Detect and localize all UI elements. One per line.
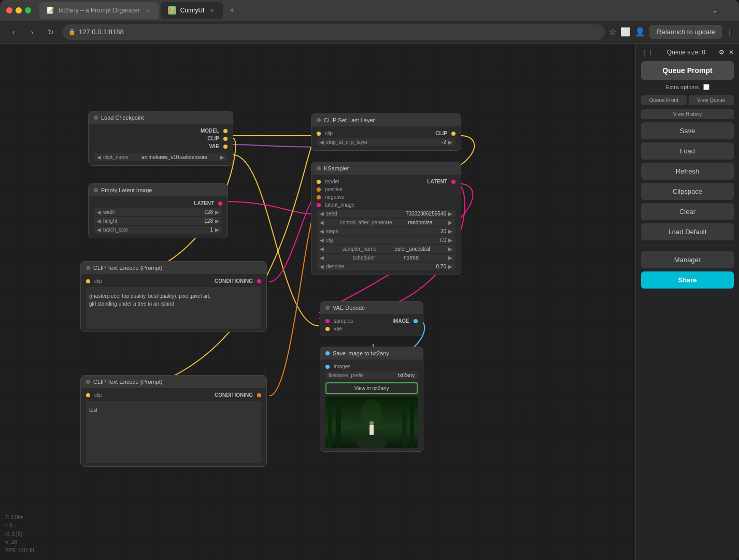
conditioning-neg-port[interactable]: [257, 393, 261, 397]
cfg-arrow-left[interactable]: ◀: [320, 237, 324, 243]
share-button[interactable]: Share: [641, 271, 734, 289]
sidebar-expand-icon[interactable]: ⋮⋮: [641, 49, 653, 56]
settings-icon[interactable]: ⚙: [719, 49, 724, 56]
extensions-icon[interactable]: ⬜: [620, 27, 631, 37]
save-image-title: Save image to txt2any: [333, 350, 389, 356]
ksampler-out-port[interactable]: [451, 180, 456, 184]
scheduler-arrow[interactable]: ▶: [448, 255, 452, 261]
ksampler-pos-port[interactable]: [317, 188, 321, 192]
height-arrow-left[interactable]: ◀: [97, 218, 101, 224]
vae-decode-node: VAE Decode samples IMAGE: [320, 301, 423, 336]
vae-decode-title: VAE Decode: [333, 305, 365, 311]
close-sidebar-icon[interactable]: ✕: [729, 49, 734, 56]
clipspace-button[interactable]: Clipspace: [641, 183, 734, 200]
tab-close-comfyui[interactable]: ✕: [208, 7, 216, 14]
nav-icons: ☆ ⬜ 👤: [609, 27, 645, 37]
ksampler-title: KSampler: [324, 165, 349, 171]
tab-txt2any[interactable]: 📝 txt2any – a Prompt Organizer ✕: [39, 2, 159, 19]
view-in-txt2any-button[interactable]: View in txt2any: [325, 382, 418, 394]
load-default-button[interactable]: Load Default: [641, 223, 734, 240]
load-button[interactable]: Load: [641, 142, 734, 160]
tab-close-txt2any[interactable]: ✕: [144, 7, 151, 14]
vae-port[interactable]: [223, 145, 228, 149]
vae-decode-port[interactable]: [325, 327, 330, 331]
extra-options-checkbox[interactable]: [703, 84, 709, 90]
close-button[interactable]: [6, 7, 12, 13]
save-button[interactable]: Save: [641, 122, 734, 139]
queue-prompt-button[interactable]: Queue Prompt: [641, 61, 734, 80]
scheduler-dropdown[interactable]: ◀ scheduler normal ▶: [317, 254, 456, 262]
stop-arrow-right[interactable]: ▶: [448, 139, 452, 145]
clip-in-label: clip: [94, 278, 102, 284]
width-input[interactable]: ◀ width 128 ▶: [94, 208, 222, 216]
bookmark-icon[interactable]: ☆: [609, 27, 616, 37]
clip-set-out-port[interactable]: [451, 132, 456, 136]
menu-dots-icon[interactable]: ⋮: [727, 28, 733, 36]
sampler-dropdown[interactable]: ◀ sampler_name euler_ancestral ▶: [317, 245, 456, 253]
height-input[interactable]: ◀ height 128 ▶: [94, 217, 222, 225]
status-fps: FPS: 120.48: [5, 547, 34, 555]
view-queue-button[interactable]: View Queue: [689, 95, 734, 105]
lock-icon: 🔒: [68, 28, 76, 35]
batch-input[interactable]: ◀ batch_size 1 ▶: [94, 226, 222, 234]
ksampler-neg-port[interactable]: [317, 195, 321, 199]
window-menu-icon[interactable]: ⌄: [712, 7, 733, 14]
seed-input[interactable]: ◀ seed 73332386259546 ▶: [317, 210, 456, 218]
address-bar[interactable]: 🔒 127.0.0.1:8188: [62, 24, 605, 40]
new-tab-button[interactable]: +: [225, 5, 239, 16]
forward-button[interactable]: ›: [25, 25, 39, 39]
clear-button[interactable]: Clear: [641, 203, 734, 220]
control-arrow[interactable]: ▶: [448, 220, 452, 225]
node-canvas[interactable]: Load Checkpoint MODEL CLIP: [0, 44, 635, 560]
steps-arrow-left[interactable]: ◀: [320, 228, 324, 234]
steps-arrow-right[interactable]: ▶: [448, 228, 452, 234]
denoise-arrow-left[interactable]: ◀: [320, 264, 324, 269]
batch-arrow-left[interactable]: ◀: [97, 227, 101, 233]
view-history-button[interactable]: View History: [641, 109, 734, 119]
width-arrow-left[interactable]: ◀: [97, 209, 101, 215]
clip-in-port[interactable]: [86, 279, 90, 283]
clip-port[interactable]: [223, 137, 228, 141]
cfg-input[interactable]: ◀ cfg 7.0 ▶: [317, 236, 456, 244]
seed-arrow-left[interactable]: ◀: [320, 211, 324, 217]
clip-encode-pos-title: CLIP Text Encode (Prompt): [93, 265, 163, 271]
sampler-arrow[interactable]: ▶: [448, 246, 452, 252]
stop-arrow-left[interactable]: ◀: [320, 139, 324, 145]
minimize-button[interactable]: [16, 7, 22, 13]
ckpt-dropdown[interactable]: ◀ ckpt_name animekawa_v10.safetensors ▶: [94, 153, 228, 161]
cfg-arrow-right[interactable]: ▶: [448, 237, 452, 243]
clip-pos-text[interactable]: (masterpiece, top quality, best quality)…: [89, 290, 258, 310]
denoise-input[interactable]: ◀ denoise 0.70 ▶: [317, 263, 456, 270]
ksampler-model-port[interactable]: [317, 180, 321, 184]
height-arrow-right[interactable]: ▶: [215, 218, 219, 224]
clip-neg-text[interactable]: text: [89, 404, 258, 416]
back-button[interactable]: ‹: [6, 25, 21, 39]
images-port[interactable]: [325, 365, 330, 369]
clip-neg-in-port[interactable]: [86, 393, 90, 397]
reload-button[interactable]: ↻: [44, 25, 58, 39]
seed-arrow-right[interactable]: ▶: [448, 211, 452, 217]
tab-comfyui[interactable]: 🎨 ComfyUI ✕: [161, 2, 223, 19]
refresh-button[interactable]: Refresh: [641, 163, 734, 180]
ksampler-latent-port[interactable]: [317, 203, 321, 207]
stop-at-clip-input[interactable]: ◀ stop_at_clip_layer -2 ▶: [317, 138, 456, 146]
latent-port[interactable]: [218, 202, 222, 206]
manager-button[interactable]: Manager: [641, 251, 734, 268]
samples-port[interactable]: [325, 319, 330, 323]
profile-icon[interactable]: 👤: [635, 27, 645, 37]
denoise-arrow-right[interactable]: ▶: [448, 264, 452, 269]
queue-front-button[interactable]: Queue Front: [641, 95, 687, 105]
empty-latent-header: Empty Latent Image: [89, 184, 228, 196]
conditioning-port[interactable]: [257, 279, 261, 283]
model-port[interactable]: [223, 129, 228, 133]
batch-arrow-right[interactable]: ▶: [215, 227, 219, 233]
relaunch-button[interactable]: Relaunch to update: [649, 25, 722, 39]
clip-encode-pos-header: CLIP Text Encode (Prompt): [81, 262, 266, 274]
width-arrow-right[interactable]: ▶: [215, 209, 219, 215]
clip-set-in-port[interactable]: [317, 132, 321, 136]
control-dropdown[interactable]: ◀ control_after_generate randomize ▶: [317, 219, 456, 226]
maximize-button[interactable]: [25, 7, 31, 13]
steps-input[interactable]: ◀ steps 20 ▶: [317, 227, 456, 235]
filename-row[interactable]: filename_prefix txt2any: [325, 371, 418, 379]
image-port[interactable]: [414, 319, 418, 323]
